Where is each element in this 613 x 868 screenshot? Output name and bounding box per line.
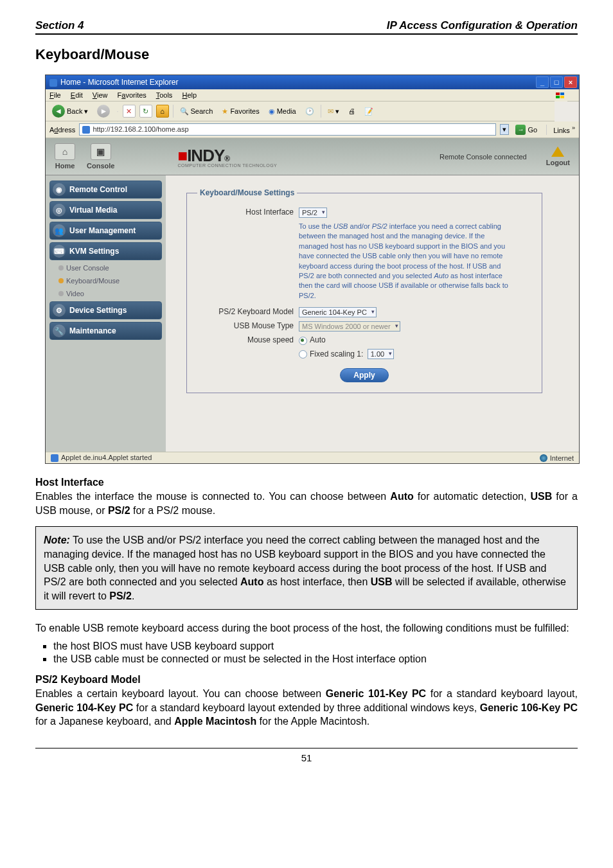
- nav-device-settings[interactable]: ⚙Device Settings: [49, 301, 162, 319]
- addressbar: Address http://192.168.2.100/home.asp ▾ …: [46, 121, 579, 138]
- print-icon: 🖨: [348, 107, 355, 115]
- svg-rect-4: [560, 96, 564, 98]
- virtual-media-icon: ◎: [53, 204, 66, 217]
- back-button[interactable]: ◄ Back ▾: [49, 103, 91, 119]
- mouse-speed-label: Mouse speed: [197, 335, 299, 344]
- links-button[interactable]: Links »: [553, 125, 575, 134]
- favorites-button[interactable]: ★ Favorites: [219, 106, 262, 117]
- user-management-icon: 👥: [53, 224, 66, 237]
- print-button[interactable]: 🖨: [346, 106, 358, 116]
- host-interface-select[interactable]: PS/2: [299, 208, 327, 218]
- para-enable-usb: To enable USB remote keyboard access dur…: [35, 621, 578, 635]
- bullet-icon: [58, 291, 64, 296]
- logout-icon: [551, 146, 564, 157]
- svg-rect-2: [560, 93, 564, 95]
- statusbar: Applet de.inu4.Applet started Internet: [46, 452, 579, 463]
- history-button[interactable]: 🕑: [303, 106, 317, 117]
- fieldset-legend: Keyboard/Mouse Settings: [197, 188, 297, 197]
- subnav-video[interactable]: Video: [49, 288, 162, 299]
- address-input[interactable]: http://192.168.2.100/home.asp: [79, 123, 496, 136]
- main-content: Keyboard/Mouse Settings Host Interface P…: [166, 175, 579, 452]
- menu-tools[interactable]: Tools: [156, 91, 173, 99]
- go-button[interactable]: → Go: [513, 124, 540, 136]
- media-icon: ◉: [269, 107, 275, 116]
- list-item: the host BIOS must have USB keyboard sup…: [53, 641, 578, 652]
- logout-link[interactable]: Logout: [546, 146, 570, 166]
- browser-window: Home - Microsoft Internet Explorer _ □ ×…: [45, 75, 580, 464]
- ie-icon: [49, 79, 57, 87]
- device-settings-icon: ⚙: [53, 304, 66, 317]
- address-dropdown[interactable]: ▾: [500, 124, 509, 135]
- menu-favorites[interactable]: Favorites: [118, 91, 147, 99]
- menu-edit[interactable]: Edit: [71, 91, 83, 99]
- apply-button[interactable]: Apply: [340, 368, 388, 382]
- host-interface-label: Host Interface: [197, 208, 299, 218]
- menu-help[interactable]: Help: [182, 91, 197, 99]
- remote-status: Remote Console connected: [440, 153, 527, 161]
- search-button[interactable]: 🔍 Search: [177, 106, 216, 117]
- conditions-list: the host BIOS must have USB keyboard sup…: [35, 641, 578, 665]
- remote-control-icon: ◉: [53, 183, 66, 196]
- mouse-speed-fixed-label: Fixed scaling 1:: [310, 350, 363, 359]
- header-chapter: IP Access Configuration & Operation: [387, 19, 578, 32]
- usb-mouse-label: USB Mouse Type: [197, 321, 299, 332]
- nav-user-management[interactable]: 👥User Management: [49, 222, 162, 240]
- para-host-interface: Enables the interface the mouse is conne…: [35, 490, 578, 517]
- forward-button[interactable]: ►: [94, 103, 112, 119]
- sidebar: ◉Remote Control ◎Virtual Media 👥User Man…: [46, 175, 166, 452]
- maximize-button[interactable]: □: [550, 76, 563, 88]
- nav-maintenance[interactable]: 🔧Maintenance: [49, 322, 162, 340]
- bullet-icon: [58, 265, 64, 270]
- console-icon: ▣: [91, 143, 111, 160]
- menu-view[interactable]: View: [93, 91, 108, 99]
- titlebar: Home - Microsoft Internet Explorer _ □ ×: [46, 75, 579, 89]
- mouse-speed-fixed-select[interactable]: 1.00: [368, 349, 394, 359]
- search-icon: 🔍: [180, 107, 189, 116]
- mouse-speed-fixed-radio[interactable]: [299, 350, 307, 359]
- page-icon: [82, 126, 90, 134]
- svg-rect-3: [556, 96, 560, 98]
- globe-icon: [540, 454, 547, 462]
- page-icon: [51, 454, 58, 462]
- ps2-model-select[interactable]: Generic 104-Key PC: [299, 307, 377, 317]
- help-text: To use the USB and/or PS/2 interface you…: [299, 222, 511, 301]
- menubar: File Edit View Favorites Tools Help: [46, 89, 579, 102]
- page-title: Keyboard/Mouse: [35, 46, 578, 63]
- address-label: Address: [49, 126, 75, 134]
- ie-flag-icon: [555, 91, 567, 103]
- close-button[interactable]: ×: [564, 76, 577, 88]
- nav-virtual-media[interactable]: ◎Virtual Media: [49, 201, 162, 219]
- mail-button[interactable]: ✉▾: [325, 106, 342, 117]
- note-box: Note: To use the USB and/or PS/2 interfa…: [35, 526, 578, 610]
- stop-button[interactable]: ✕: [123, 105, 136, 118]
- minimize-button[interactable]: _: [536, 76, 549, 88]
- page-number: 51: [35, 748, 578, 763]
- subnav-user-console[interactable]: User Console: [49, 263, 162, 273]
- forward-icon: ►: [97, 105, 110, 118]
- heading-ps2-model: PS/2 Keyboard Model: [35, 674, 578, 686]
- console-link[interactable]: ▣ Console: [87, 143, 114, 170]
- nav-kvm-settings[interactable]: ⌨KVM Settings: [49, 242, 162, 260]
- star-icon: ★: [222, 107, 228, 116]
- edit-icon: 📝: [364, 107, 373, 116]
- nav-remote-control[interactable]: ◉Remote Control: [49, 181, 162, 199]
- svg-rect-1: [556, 93, 560, 95]
- brand-subtitle: COMPUTER CONNECTION TECHNOLOGY: [177, 163, 277, 168]
- mouse-speed-auto-label: Auto: [310, 335, 326, 344]
- go-icon: →: [515, 125, 526, 135]
- edit-button[interactable]: 📝: [362, 106, 376, 117]
- refresh-button[interactable]: ↻: [139, 105, 152, 118]
- maintenance-icon: 🔧: [53, 324, 66, 337]
- media-button[interactable]: ◉ Media: [266, 106, 299, 117]
- menu-file[interactable]: File: [49, 91, 61, 99]
- header-rule: [35, 33, 578, 35]
- list-item: the USB cable must be connected or must …: [53, 653, 578, 665]
- home-link[interactable]: ⌂ Home: [55, 143, 75, 170]
- header-section: Section 4: [35, 19, 84, 32]
- mouse-speed-auto-radio[interactable]: [299, 337, 307, 345]
- keyboard-mouse-fieldset: Keyboard/Mouse Settings Host Interface P…: [186, 188, 542, 393]
- subnav-keyboard-mouse[interactable]: Keyboard/Mouse: [49, 276, 162, 286]
- ps2-model-label: PS/2 Keyboard Model: [197, 307, 299, 317]
- back-icon: ◄: [52, 105, 65, 118]
- home-button[interactable]: ⌂: [156, 105, 169, 118]
